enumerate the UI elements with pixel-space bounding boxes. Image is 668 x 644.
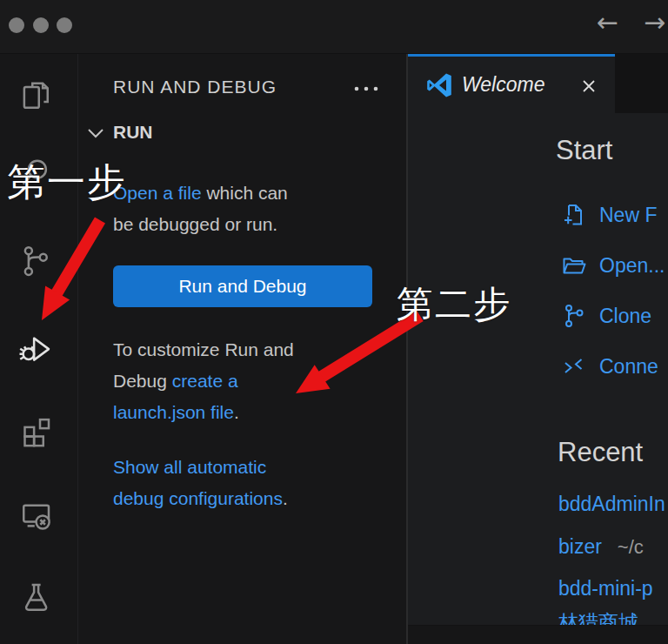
start-heading: Start xyxy=(556,135,612,166)
start-item-label: Clone xyxy=(599,305,651,328)
recent-item-name: 林猎商城 xyxy=(558,611,638,625)
activity-bar xyxy=(0,54,78,644)
recent-heading: Recent xyxy=(558,437,643,468)
recent-item-path: ~/c xyxy=(618,536,644,559)
recent-item-name: bizer xyxy=(558,535,602,559)
paragraph-text: To customize Run and xyxy=(113,334,294,366)
start-item-label: Conne xyxy=(599,355,658,379)
start-item-open[interactable]: Open... xyxy=(561,252,665,278)
minimize-window-button[interactable] xyxy=(33,17,49,33)
remote-explorer-icon[interactable] xyxy=(18,496,53,531)
start-item-clone[interactable]: Clone xyxy=(561,303,651,329)
testing-icon[interactable] xyxy=(18,579,53,614)
close-tab-icon[interactable] xyxy=(578,76,599,97)
editor-bottom-edge xyxy=(408,625,668,644)
customize-paragraph: To customize Run and Debug create a laun… xyxy=(113,334,294,428)
paragraph-text: . xyxy=(234,402,239,422)
paragraph-text: . xyxy=(283,488,288,508)
nav-back-icon[interactable]: ← xyxy=(597,7,618,37)
step2-label: 第二步 xyxy=(397,280,511,329)
show-configurations-paragraph: Show all automatic debug configurations. xyxy=(113,452,288,514)
run-and-debug-button[interactable]: Run and Debug xyxy=(113,265,372,307)
title-bar: ← → xyxy=(0,0,668,54)
recent-item[interactable]: bddAdminIn xyxy=(558,493,668,519)
zoom-window-button[interactable] xyxy=(57,17,72,33)
show-all-configurations-link[interactable]: debug configurations xyxy=(113,488,283,508)
files-icon[interactable] xyxy=(18,78,53,113)
paragraph-text: be debugged or run. xyxy=(113,209,288,240)
start-item-label: New F xyxy=(599,204,657,227)
tab-bar: Welcome xyxy=(408,54,668,116)
recent-item[interactable]: bdd-mini-p xyxy=(558,577,668,603)
create-launch-json-link[interactable]: create a xyxy=(172,371,238,391)
start-item-label: Open... xyxy=(599,254,665,278)
source-control-icon[interactable] xyxy=(18,244,53,278)
paragraph-text: which can xyxy=(202,183,288,203)
run-and-debug-panel: RUN AND DEBUG RUN Open a file which can … xyxy=(78,54,406,644)
step1-label: 第一步 xyxy=(7,157,127,208)
vscode-logo-icon xyxy=(425,71,453,99)
editor-group: Welcome Start New F Open... Clone Conne … xyxy=(406,54,668,644)
tab-welcome[interactable]: Welcome xyxy=(408,54,615,116)
chevron-down-icon[interactable] xyxy=(85,126,106,140)
close-window-button[interactable] xyxy=(9,17,24,33)
recent-item[interactable]: bizer ~/c xyxy=(558,535,644,561)
tab-strip-empty xyxy=(615,54,668,113)
start-item-new-file[interactable]: New F xyxy=(561,202,657,228)
panel-title: RUN AND DEBUG xyxy=(113,77,277,97)
show-all-configurations-link[interactable]: Show all automatic xyxy=(113,457,266,477)
open-file-paragraph: Open a file which can be debugged or run… xyxy=(113,178,288,240)
recent-item-name: bdd-mini-p xyxy=(558,577,653,600)
vscode-window: ← → RUN AND DEBUG xyxy=(0,0,668,644)
extensions-icon[interactable] xyxy=(18,413,53,447)
recent-item-name: bddAdminIn xyxy=(558,493,665,516)
start-item-connect[interactable]: Conne xyxy=(561,353,658,379)
run-section-header[interactable]: RUN xyxy=(113,122,153,143)
nav-forward-icon[interactable]: → xyxy=(644,7,665,37)
create-launch-json-link[interactable]: launch.json file xyxy=(113,402,234,422)
paragraph-text: Debug xyxy=(113,371,172,391)
more-actions-icon[interactable] xyxy=(350,77,384,101)
tab-title: Welcome xyxy=(462,73,544,97)
run-and-debug-icon[interactable] xyxy=(18,329,53,364)
recent-item-clipped[interactable]: 林猎商城 xyxy=(558,609,668,625)
